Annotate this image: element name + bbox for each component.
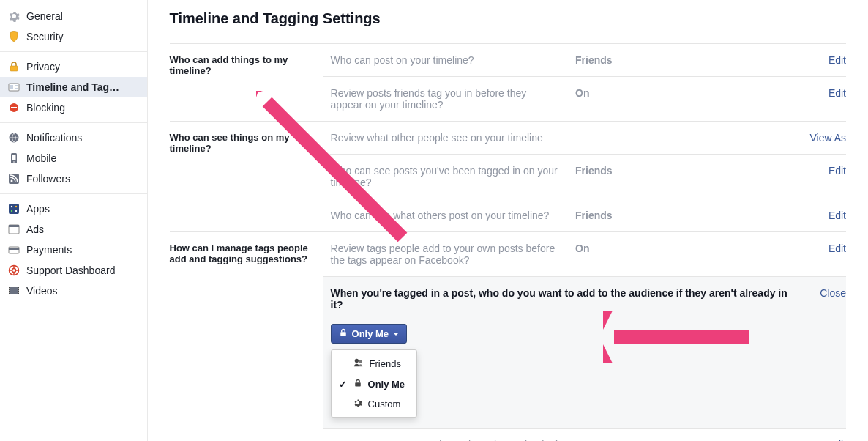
section-rows: Who can post on your timeline? Friends E… xyxy=(323,44,846,121)
edit-link[interactable]: Edit xyxy=(795,87,846,99)
svg-point-10 xyxy=(13,161,15,163)
block-icon xyxy=(7,101,20,114)
setting-row: Review tags people add to your own posts… xyxy=(323,232,846,276)
dropdown-item-custom[interactable]: Custom xyxy=(332,394,416,414)
sidebar-item-label: Videos xyxy=(26,285,58,297)
setting-row: Review what other people see on your tim… xyxy=(323,122,846,154)
timeline-icon xyxy=(7,81,20,94)
setting-row: Who can post on your timeline? Friends E… xyxy=(323,44,846,76)
sidebar-group: General Security xyxy=(0,1,147,52)
svg-point-12 xyxy=(11,180,13,182)
apps-icon xyxy=(7,202,20,215)
chevron-down-icon xyxy=(393,333,399,336)
mobile-icon xyxy=(7,152,20,165)
row-label: Review tags people add to your own posts… xyxy=(331,242,575,266)
sidebar-item-label: Apps xyxy=(26,203,50,215)
row-label: Who can post on your timeline? xyxy=(331,54,575,66)
sidebar-item-apps[interactable]: Apps xyxy=(0,199,147,219)
sidebar-item-label: Security xyxy=(26,31,64,42)
dropdown-item-label: Only Me xyxy=(368,379,405,390)
row-label: Who can see what others post on your tim… xyxy=(331,210,575,221)
svg-point-15 xyxy=(15,206,17,207)
sidebar-item-notifications[interactable]: Notifications xyxy=(0,127,147,148)
svg-point-14 xyxy=(11,206,12,207)
row-value: Friends xyxy=(575,165,795,177)
sidebar-item-security[interactable]: Security xyxy=(0,26,147,47)
section-manage-tags: How can I manage tags people add and tag… xyxy=(170,231,846,441)
sidebar-group: Notifications Mobile Followers xyxy=(0,123,147,194)
sidebar-item-label: Ads xyxy=(26,223,44,235)
svg-rect-30 xyxy=(18,288,19,289)
settings-page: General Security Privacy Timeli xyxy=(0,0,868,441)
row-value: Friends xyxy=(575,210,795,221)
sidebar-item-label: Privacy xyxy=(26,61,60,73)
lock-icon xyxy=(353,379,362,390)
svg-rect-4 xyxy=(15,88,18,89)
svg-rect-13 xyxy=(9,204,19,214)
setting-row: Who can see posts you've been tagged in … xyxy=(323,154,846,199)
svg-point-23 xyxy=(12,269,16,273)
audience-selector-button[interactable]: Only Me xyxy=(331,324,408,344)
videos-icon xyxy=(7,284,20,297)
row-value: On xyxy=(575,87,795,99)
sidebar-item-label: Blocking xyxy=(26,102,65,114)
sidebar-item-followers[interactable]: Followers xyxy=(0,168,147,189)
svg-rect-27 xyxy=(10,288,10,289)
edit-link[interactable]: Edit xyxy=(795,242,846,254)
svg-rect-0 xyxy=(10,66,18,71)
page-title: Timeline and Tagging Settings xyxy=(170,10,846,27)
section-rows: Review tags people add to your own posts… xyxy=(323,232,846,441)
sidebar-item-videos[interactable]: Videos xyxy=(0,281,147,301)
support-icon xyxy=(7,264,20,277)
edit-link[interactable]: Edit xyxy=(795,210,846,221)
svg-rect-3 xyxy=(15,85,18,86)
friends-icon xyxy=(353,357,364,370)
svg-point-34 xyxy=(354,359,358,363)
close-link[interactable]: Close xyxy=(795,287,846,299)
svg-rect-6 xyxy=(11,107,17,108)
svg-rect-31 xyxy=(18,290,19,291)
sidebar-item-blocking[interactable]: Blocking xyxy=(0,97,147,118)
audience-dropdown: Friends ✓ Only Me xyxy=(331,349,417,418)
sidebar-item-payments[interactable]: Payments xyxy=(0,240,147,260)
svg-rect-28 xyxy=(10,290,10,291)
ads-icon xyxy=(7,223,20,236)
svg-rect-2 xyxy=(10,85,13,89)
check-icon: ✓ xyxy=(339,379,348,390)
dropdown-item-only-me[interactable]: ✓ Only Me xyxy=(332,374,416,394)
row-label: Review posts friends tag you in before t… xyxy=(331,87,575,111)
setting-row: estions when photos that look ed? No One… xyxy=(323,428,846,441)
rss-icon xyxy=(7,172,20,185)
sidebar-item-label: Notifications xyxy=(26,132,82,144)
setting-row: Review posts friends tag you in before t… xyxy=(323,76,846,121)
sidebar-item-label: Payments xyxy=(26,244,72,256)
row-label: Who can see posts you've been tagged in … xyxy=(331,165,575,188)
section-heading: How can I manage tags people add and tag… xyxy=(170,232,323,441)
section-heading: Who can see things on my timeline? xyxy=(170,122,323,231)
section-heading: Who can add things to my timeline? xyxy=(170,44,323,121)
svg-point-17 xyxy=(15,210,17,212)
sidebar-item-label: Timeline and Tag… xyxy=(26,81,119,93)
view-as-link[interactable]: View As xyxy=(795,132,846,144)
sidebar-item-support[interactable]: Support Dashboard xyxy=(0,260,147,281)
dropdown-item-friends[interactable]: Friends xyxy=(332,353,416,374)
sidebar-item-ads[interactable]: Ads xyxy=(0,219,147,240)
sidebar-item-mobile[interactable]: Mobile xyxy=(0,148,147,168)
sidebar-item-timeline-tagging[interactable]: Timeline and Tag… xyxy=(0,77,147,97)
sidebar-item-privacy[interactable]: Privacy xyxy=(0,56,147,77)
setting-row-expanded: When you're tagged in a post, who do you… xyxy=(323,276,846,428)
edit-link[interactable]: Edit xyxy=(795,54,846,66)
dropdown-item-label: Friends xyxy=(370,358,401,369)
gear-icon xyxy=(7,10,20,23)
sidebar-item-label: General xyxy=(26,10,63,22)
sidebar-item-label: Support Dashboard xyxy=(26,264,115,276)
svg-rect-21 xyxy=(9,248,19,250)
row-value: On xyxy=(575,242,795,254)
dropdown-item-label: Custom xyxy=(368,399,401,410)
setting-row: Who can see what others post on your tim… xyxy=(323,199,846,231)
sidebar-item-label: Mobile xyxy=(26,152,56,164)
globe-icon xyxy=(7,131,20,144)
edit-link[interactable]: Edit xyxy=(795,165,846,177)
sidebar-item-general[interactable]: General xyxy=(0,6,147,26)
row-label: Review what other people see on your tim… xyxy=(331,132,575,144)
